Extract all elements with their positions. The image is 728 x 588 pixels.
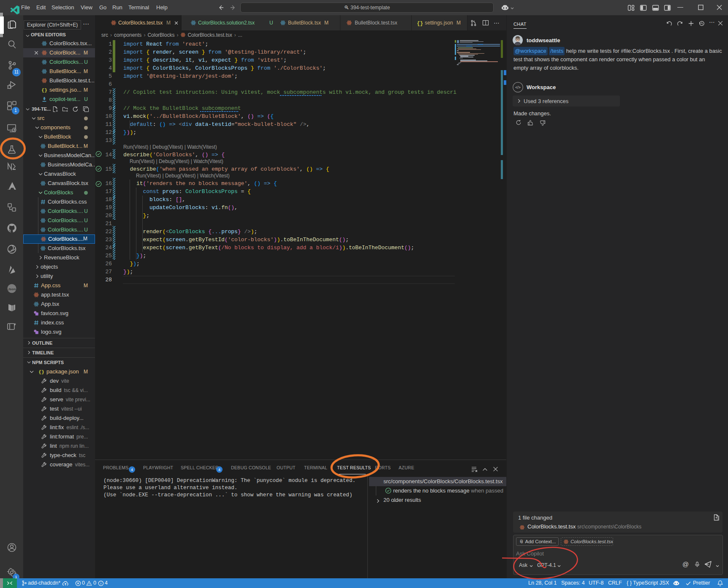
svg-text:</>: </> — [515, 85, 520, 90]
svg-text:Json: Json — [8, 287, 16, 291]
